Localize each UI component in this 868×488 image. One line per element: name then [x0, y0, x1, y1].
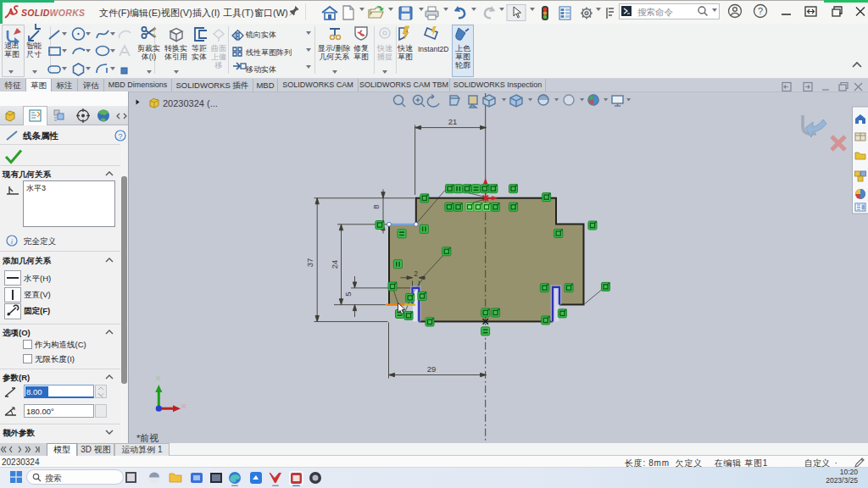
svg-text:8: 8: [371, 204, 381, 208]
svg-text:?: ?: [758, 6, 763, 16]
svg-text:20230324 (...: 20230324 (...: [163, 98, 218, 108]
svg-text:i: i: [11, 237, 14, 246]
svg-text:2: 2: [414, 269, 418, 278]
svg-text:?: ?: [118, 132, 122, 141]
svg-text:5: 5: [343, 291, 353, 296]
svg-text:21: 21: [448, 117, 458, 126]
svg-text:*前视: *前视: [136, 433, 159, 443]
svg-text:24: 24: [330, 260, 339, 269]
svg-text:37: 37: [305, 258, 314, 268]
svg-text:29: 29: [427, 364, 437, 374]
